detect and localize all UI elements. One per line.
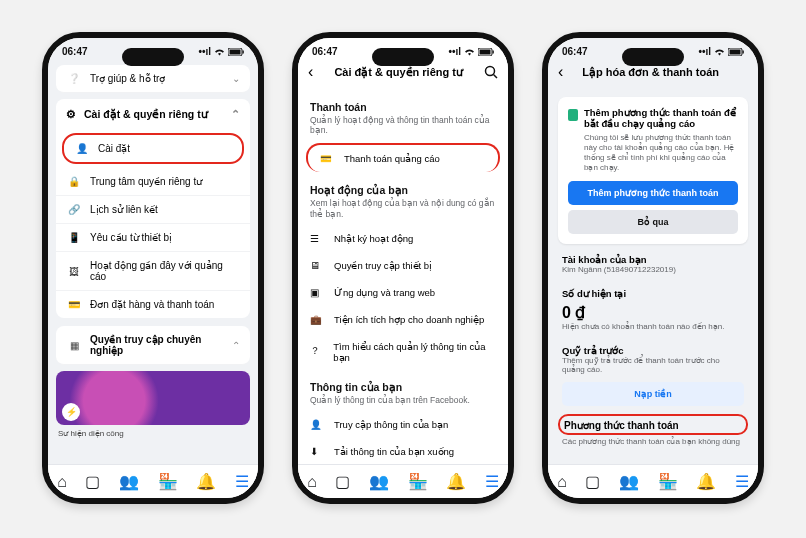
battery-icon	[478, 48, 494, 56]
settings-privacy-accordion[interactable]: ⚙ Cài đặt & quyền riêng tư ⌃	[56, 99, 250, 129]
row-label: Nhật ký hoạt động	[334, 233, 413, 244]
status-time: 06:47	[562, 46, 588, 57]
nav-menu-icon[interactable]: ☰	[485, 472, 499, 491]
nav-home-icon[interactable]: ⌂	[557, 473, 567, 491]
pro-access-accordion[interactable]: ▦ Quyền truy cập chuyên nghiệp ⌃	[56, 326, 250, 365]
payment-methods-label: Phương thức thanh toán	[564, 420, 742, 431]
add-payment-card: Thêm phương thức thanh toán để bắt đầu c…	[558, 97, 748, 244]
back-icon[interactable]: ‹	[308, 63, 313, 81]
nav-friends-icon[interactable]: 👥	[619, 472, 639, 491]
status-time: 06:47	[312, 46, 338, 57]
nav-bell-icon[interactable]: 🔔	[696, 472, 716, 491]
balance-label: Số dư hiện tại	[548, 288, 758, 299]
learn-manage-row[interactable]: ？Tìm hiểu cách quản lý thông tin của bạn	[298, 333, 508, 371]
battery-icon	[228, 48, 244, 56]
nav-market-icon[interactable]: 🏪	[408, 472, 428, 491]
access-info-row[interactable]: 👤Truy cập thông tin của bạn	[298, 411, 508, 438]
svg-rect-1	[230, 49, 241, 54]
row-label: Truy cập thông tin của bạn	[334, 419, 448, 430]
svg-rect-5	[493, 50, 494, 53]
signal-icon: ••ıl	[698, 46, 711, 57]
signal-icon: ••ıl	[448, 46, 461, 57]
device-requests-row[interactable]: 📱 Yêu cầu từ thiết bị	[56, 224, 250, 252]
briefcase-icon: 💼	[310, 314, 324, 325]
svg-point-6	[486, 67, 495, 76]
help-support-accordion[interactable]: ❔ Trợ giúp & hỗ trợ ⌄	[56, 65, 250, 93]
pro-access-label: Quyền truy cập chuyên nghiệp	[90, 334, 224, 356]
group-payment-sub: Quản lý hoạt động và thông tin thanh toá…	[298, 115, 508, 141]
download-icon: ⬇	[310, 446, 324, 457]
thunder-icon: ⚡	[62, 403, 80, 421]
apps-icon: ▣	[310, 287, 324, 298]
phone-icon: 📱	[66, 232, 82, 243]
shield-check-icon	[568, 109, 578, 121]
phone-1: 06:47 ••ıl ❔ Trợ giúp & hỗ trợ ⌄ ⚙ C	[42, 32, 264, 504]
help-label: Trợ giúp & hỗ trợ	[90, 73, 224, 84]
nav-friends-icon[interactable]: 👥	[119, 472, 139, 491]
nav-market-icon[interactable]: 🏪	[658, 472, 678, 491]
apps-web-row[interactable]: ▣Ứng dụng và trang web	[298, 279, 508, 306]
svg-rect-4	[480, 49, 491, 54]
nav-bell-icon[interactable]: 🔔	[446, 472, 466, 491]
orders-payments-row[interactable]: 💳 Đơn đặt hàng và thanh toán	[56, 291, 250, 318]
dynamic-island	[372, 48, 434, 66]
settings-row-label: Cài đặt	[98, 143, 232, 154]
status-indicators: ••ıl	[198, 46, 244, 57]
bottom-nav: ⌂ ▢ 👥 🏪 🔔 ☰	[548, 464, 758, 498]
nav-video-icon[interactable]: ▢	[585, 472, 600, 491]
row-label: Tìm hiểu cách quản lý thông tin của bạn	[333, 341, 496, 363]
settings-privacy-label: Cài đặt & quyền riêng tư	[84, 108, 208, 120]
purple-card[interactable]: ⚡	[56, 371, 250, 425]
nav-friends-icon[interactable]: 👥	[369, 472, 389, 491]
back-icon[interactable]: ‹	[558, 63, 563, 81]
row-label: Hoạt động gần đây với quảng cáo	[90, 260, 240, 282]
download-info-row[interactable]: ⬇Tải thông tin của bạn xuống	[298, 438, 508, 464]
user-icon: 👤	[310, 419, 324, 430]
row-label: Trung tâm quyền riêng tư	[90, 176, 240, 187]
signal-icon: ••ıl	[198, 46, 211, 57]
gear-icon: ⚙	[66, 108, 76, 120]
question-icon: ？	[310, 345, 323, 358]
activity-log-row[interactable]: ☰Nhật ký hoạt động	[298, 225, 508, 252]
topup-button[interactable]: Nạp tiền	[562, 382, 744, 406]
row-label: Tải thông tin của bạn xuống	[334, 446, 454, 457]
skip-button[interactable]: Bỏ qua	[568, 210, 738, 234]
nav-market-icon[interactable]: 🏪	[158, 472, 178, 491]
grid-icon: ▦	[66, 340, 82, 351]
nav-bell-icon[interactable]: 🔔	[196, 472, 216, 491]
group-info-header: Thông tin của bạn	[298, 371, 508, 395]
bottom-nav: ⌂ ▢ 👥 🏪 🔔 ☰	[298, 464, 508, 498]
wifi-icon	[464, 48, 475, 56]
shield-icon: 🔒	[66, 176, 82, 187]
nav-menu-icon[interactable]: ☰	[235, 472, 249, 491]
user-gear-icon: 👤	[74, 143, 90, 154]
privacy-center-row[interactable]: 🔒 Trung tâm quyền riêng tư	[56, 168, 250, 196]
svg-rect-9	[730, 49, 741, 54]
recent-ad-activity-row[interactable]: 🖼 Hoạt động gần đây với quảng cáo	[56, 252, 250, 291]
row-label: Lịch sử liên kết	[90, 204, 240, 215]
group-activity-header: Hoạt động của bạn	[298, 174, 508, 198]
row-label: Tiện ích tích hợp cho doanh nghiệp	[334, 314, 484, 325]
device-access-row[interactable]: 🖥Quyền truy cập thiết bị	[298, 252, 508, 279]
biz-integrations-row[interactable]: 💼Tiện ích tích hợp cho doanh nghiệp	[298, 306, 508, 333]
add-payment-button[interactable]: Thêm phương thức thanh toán	[568, 181, 738, 205]
search-icon[interactable]	[484, 65, 498, 79]
card-icon: 💳	[66, 299, 82, 310]
group-activity-sub: Xem lại hoạt động của bạn và nội dung có…	[298, 198, 508, 224]
nav-menu-icon[interactable]: ☰	[735, 472, 749, 491]
nav-home-icon[interactable]: ⌂	[57, 473, 67, 491]
link-history-row[interactable]: 🔗 Lịch sử liên kết	[56, 196, 250, 224]
card-caption: Sư hiện diện công	[48, 425, 258, 442]
chevron-up-icon: ⌃	[231, 108, 240, 120]
bottom-nav: ⌂ ▢ 👥 🏪 🔔 ☰	[48, 464, 258, 498]
card-icon: 💳	[320, 153, 334, 164]
nav-home-icon[interactable]: ⌂	[307, 473, 317, 491]
dynamic-island	[622, 48, 684, 66]
payment-methods-section: Phương thức thanh toán	[558, 414, 748, 435]
ad-payments-row[interactable]: 💳 Thanh toán quảng cáo	[306, 143, 500, 172]
group-payment-header: Thanh toán	[298, 91, 508, 115]
nav-video-icon[interactable]: ▢	[85, 472, 100, 491]
settings-row[interactable]: 👤 Cài đặt	[62, 133, 244, 164]
nav-video-icon[interactable]: ▢	[335, 472, 350, 491]
wifi-icon	[214, 48, 225, 56]
